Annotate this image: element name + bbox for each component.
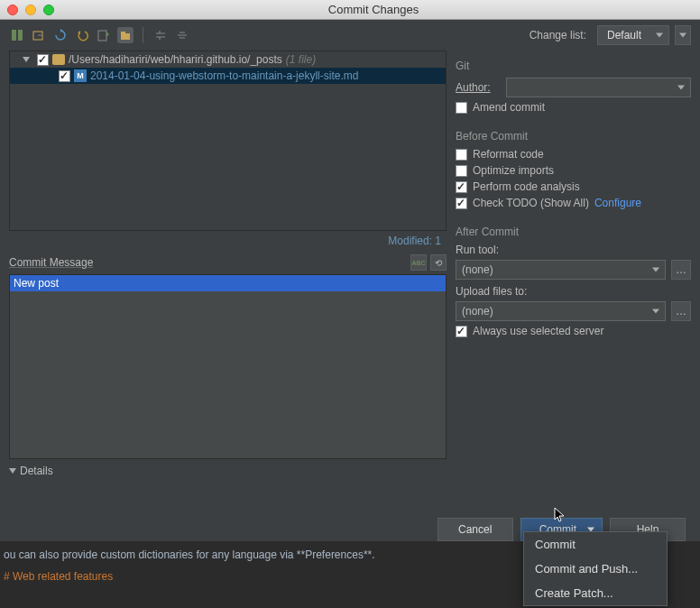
file-checkbox[interactable] — [59, 70, 70, 82]
menu-item-commit-and-push[interactable]: Commit and Push... — [524, 557, 667, 581]
amend-checkbox[interactable] — [456, 102, 467, 114]
chevron-down-icon — [9, 468, 16, 474]
reformat-checkbox[interactable] — [456, 149, 467, 161]
svg-rect-0 — [12, 30, 16, 41]
reformat-label: Reformat code — [473, 148, 544, 161]
check-todo-checkbox[interactable] — [456, 198, 467, 209]
author-label: Author: — [456, 81, 501, 94]
commit-message-text: New post — [10, 275, 446, 291]
changes-tree[interactable]: /Users/hadihariri/web/hhariri.github.io/… — [9, 51, 447, 231]
always-use-server-label: Always use selected server — [473, 325, 603, 337]
always-use-server-checkbox[interactable] — [456, 326, 467, 337]
expand-collapse-icon[interactable] — [23, 57, 30, 62]
change-list-actions-button[interactable] — [675, 25, 691, 45]
commit-message-textarea[interactable]: New post — [9, 274, 447, 459]
close-window-button[interactable] — [7, 5, 18, 15]
folder-checkbox[interactable] — [37, 54, 49, 66]
file-name: 2014-01-04-using-webstorm-to-maintain-a-… — [90, 69, 358, 82]
group-by-directory-icon[interactable] — [117, 27, 134, 43]
check-todo-label: Check TODO (Show All) — [473, 197, 589, 209]
svg-rect-1 — [18, 30, 23, 41]
titlebar: Commit Changes — [0, 0, 700, 20]
tree-file-row[interactable]: M 2014-01-04-using-webstorm-to-maintain-… — [10, 68, 446, 84]
commit-message-label: Commit Message — [9, 256, 407, 269]
run-tool-label: Run tool: — [456, 244, 691, 256]
svg-rect-3 — [98, 31, 106, 41]
folder-path: /Users/hadihariri/web/hhariri.github.io/… — [69, 53, 282, 66]
upload-files-browse-button[interactable]: … — [671, 301, 691, 321]
commit-dropdown-menu: Commit Commit and Push... Create Patch..… — [523, 531, 668, 606]
upload-files-label: Upload files to: — [456, 285, 691, 298]
before-commit-section-title: Before Commit — [456, 130, 691, 143]
window-title: Commit Changes — [54, 3, 693, 16]
folder-icon — [52, 54, 65, 65]
commit-message-history-icon[interactable]: ⟲ — [430, 254, 447, 271]
menu-item-commit[interactable]: Commit — [524, 532, 667, 557]
run-tool-dropdown[interactable]: (none) — [456, 260, 666, 280]
author-dropdown[interactable] — [506, 78, 691, 97]
markdown-file-icon: M — [74, 69, 87, 82]
code-analysis-checkbox[interactable] — [456, 181, 467, 193]
amend-label: Amend commit — [473, 101, 545, 114]
folder-hint: (1 file) — [286, 53, 316, 66]
tree-folder-row[interactable]: /Users/hadihariri/web/hhariri.github.io/… — [10, 51, 446, 68]
rollback-icon[interactable] — [74, 27, 90, 43]
menu-item-create-patch[interactable]: Create Patch... — [524, 581, 667, 605]
zoom-window-button[interactable] — [43, 5, 54, 15]
collapse-all-icon[interactable] — [174, 27, 190, 43]
spellcheck-icon[interactable]: ABC — [410, 254, 427, 271]
move-to-another-changelist-icon[interactable] — [31, 27, 47, 43]
svg-rect-4 — [121, 33, 130, 40]
optimize-imports-label: Optimize imports — [473, 164, 554, 177]
change-list-dropdown[interactable]: Default — [597, 25, 669, 45]
svg-rect-5 — [121, 32, 125, 34]
code-analysis-label: Perform code analysis — [473, 180, 580, 193]
refresh-icon[interactable] — [52, 27, 69, 43]
expand-all-icon[interactable] — [152, 27, 169, 43]
optimize-imports-checkbox[interactable] — [456, 165, 467, 177]
run-tool-browse-button[interactable]: … — [671, 260, 691, 280]
git-section-title: Git — [456, 60, 691, 72]
modified-count: Modified: 1 — [9, 231, 447, 251]
upload-files-dropdown[interactable]: (none) — [456, 301, 666, 321]
new-changelist-icon[interactable] — [96, 27, 112, 43]
after-commit-section-title: After Commit — [456, 226, 691, 238]
change-list-label: Change list: — [530, 29, 586, 41]
minimize-window-button[interactable] — [25, 5, 36, 15]
details-toggle[interactable]: Details — [9, 459, 447, 483]
cancel-button[interactable]: Cancel — [438, 518, 513, 541]
show-diff-icon[interactable] — [9, 27, 25, 43]
configure-todo-link[interactable]: Configure — [594, 197, 641, 209]
